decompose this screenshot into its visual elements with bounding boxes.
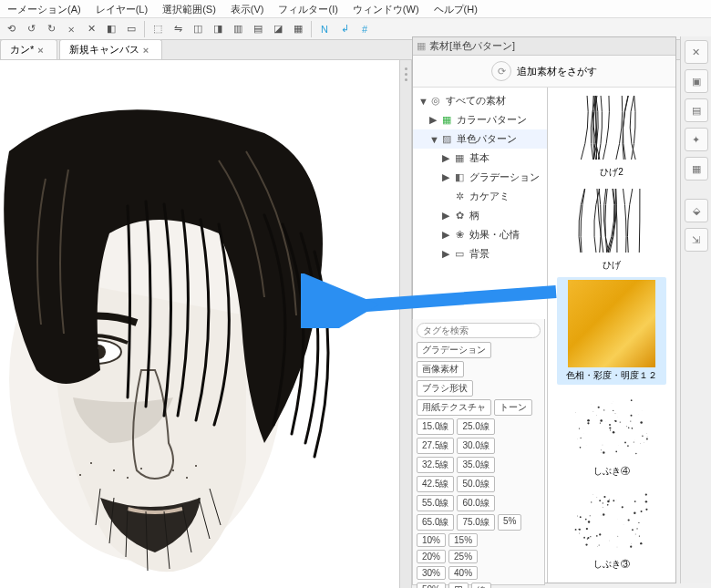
disclosure-triangle-icon[interactable]: ▶ xyxy=(442,152,449,164)
tool-icon[interactable]: ↻ xyxy=(42,20,60,38)
material-thumbnail[interactable]: しぶき③ xyxy=(557,483,666,571)
tree-item[interactable]: ▶❀効果・心情 xyxy=(413,225,547,244)
tool-icon[interactable]: ▦ xyxy=(289,20,307,38)
filter-tag[interactable]: 40% xyxy=(448,566,478,580)
canvas-area[interactable] xyxy=(0,60,399,588)
menu-item[interactable]: 選択範囲(S) xyxy=(155,2,223,15)
filter-tag[interactable]: 55.0線 xyxy=(417,495,454,511)
close-icon[interactable]: × xyxy=(143,45,149,56)
filter-tag[interactable]: 60.0線 xyxy=(457,495,494,511)
rail-image-icon[interactable]: ▦ xyxy=(685,157,708,181)
disclosure-triangle-icon[interactable]: ▼ xyxy=(418,96,426,107)
rail-save-icon[interactable]: ⬙ xyxy=(685,199,708,222)
disclosure-triangle-icon[interactable]: ▶ xyxy=(442,171,449,183)
tool-icon[interactable]: ⟲ xyxy=(2,20,20,38)
document-tab[interactable]: 新規キャンバス× xyxy=(59,39,162,59)
menu-item[interactable]: フィルター(I) xyxy=(271,2,345,15)
filter-tag[interactable]: 32.5線 xyxy=(417,457,454,473)
rail-sparkle-icon[interactable]: ✦ xyxy=(685,128,708,151)
filter-tag[interactable]: 用紙テクスチャ xyxy=(417,399,491,416)
filter-tag[interactable]: トーン xyxy=(494,399,532,416)
disclosure-triangle-icon[interactable]: ▶ xyxy=(442,248,449,260)
svg-point-38 xyxy=(593,411,594,412)
svg-point-130 xyxy=(638,522,639,523)
tool-icon[interactable]: ↺ xyxy=(22,20,40,38)
svg-point-97 xyxy=(634,512,635,514)
tree-item[interactable]: ▶▦カラーパターン xyxy=(413,110,547,129)
tool-icon[interactable]: ▤ xyxy=(249,20,267,38)
tree-item[interactable]: ▶◧グラデーション xyxy=(413,168,547,187)
filter-tag[interactable]: 30.0線 xyxy=(457,438,494,454)
menu-item[interactable]: ヘルプ(H) xyxy=(427,2,485,15)
filter-tag[interactable]: 円 xyxy=(448,583,469,588)
filter-tag[interactable]: 25% xyxy=(448,550,478,563)
disclosure-triangle-icon[interactable]: ▶ xyxy=(442,210,449,222)
tool-icon[interactable]: ▥ xyxy=(229,20,247,38)
palette-titlebar[interactable]: ▦ 素材[単色パターン] xyxy=(413,37,675,56)
tool-icon[interactable]: ▭ xyxy=(122,20,140,38)
disclosure-triangle-icon[interactable]: ▶ xyxy=(429,114,437,126)
tag-filter-pane: グラデーション画像素材ブラシ形状 用紙テクスチャトーン 15.0線25.0線27… xyxy=(412,319,545,585)
filter-tag[interactable]: 50% xyxy=(417,583,446,588)
filter-tag[interactable]: 35.0線 xyxy=(457,457,494,473)
filter-tag[interactable]: 10% xyxy=(417,533,446,547)
tool-icon[interactable]: ◨ xyxy=(209,20,227,38)
transform-icon[interactable]: ◫ xyxy=(189,20,207,38)
crop-icon[interactable]: ⬚ xyxy=(149,20,167,38)
svg-point-29 xyxy=(603,409,604,410)
filter-tag[interactable]: 線 xyxy=(471,583,491,588)
rail-close-icon[interactable]: ✕ xyxy=(685,40,708,64)
tool-icon[interactable]: ✕ xyxy=(82,20,100,38)
filter-tag[interactable]: 25.0線 xyxy=(457,418,494,435)
filter-tag[interactable]: 65.0線 xyxy=(417,514,454,531)
filter-tag[interactable]: 20% xyxy=(417,550,446,563)
rail-folder-icon[interactable]: ▣ xyxy=(685,69,708,93)
menu-item[interactable]: ーメーション(A) xyxy=(0,2,88,15)
tree-item[interactable]: ▼▨単色パターン xyxy=(413,129,547,149)
document-tab[interactable]: カン*× xyxy=(0,39,57,59)
material-thumbnail[interactable]: ひげ xyxy=(557,184,666,272)
tool-icon[interactable]: ◧ xyxy=(102,20,120,38)
menu-item[interactable]: レイヤー(L) xyxy=(88,2,155,15)
material-thumbnail[interactable]: ひげ2 xyxy=(557,91,666,179)
tree-item[interactable]: ▶▭背景 xyxy=(413,244,547,263)
filter-tag[interactable]: グラデーション xyxy=(417,342,491,358)
filter-tag[interactable]: 27.5線 xyxy=(417,438,454,454)
svg-point-76 xyxy=(609,500,610,500)
pane-splitter[interactable] xyxy=(399,60,412,588)
rail-export-icon[interactable]: ⇲ xyxy=(685,228,708,252)
filter-tag[interactable]: 75.0線 xyxy=(457,514,494,531)
filter-tag[interactable]: 50.0線 xyxy=(457,476,494,492)
rail-paste-icon[interactable]: ▤ xyxy=(685,98,708,122)
tree-item[interactable]: ▼◎すべての素材 xyxy=(413,91,547,110)
filter-tag[interactable]: ブラシ形状 xyxy=(417,380,473,397)
tree-item[interactable]: ▶▦基本 xyxy=(413,149,547,168)
add-materials-button[interactable]: ⟳ 追加素材をさがす xyxy=(413,56,675,88)
menu-item[interactable]: 表示(V) xyxy=(223,2,272,15)
tag-search-input[interactable] xyxy=(417,323,541,338)
snap-icon[interactable]: # xyxy=(356,20,374,38)
svg-point-118 xyxy=(599,533,601,535)
tree-item[interactable]: ✲カケアミ xyxy=(413,187,547,206)
flip-h-icon[interactable]: ⇋ xyxy=(169,20,187,38)
material-thumbnail[interactable]: しぶき④ xyxy=(557,390,666,478)
material-thumbnail[interactable]: 色相・彩度・明度１２ xyxy=(557,277,666,385)
filter-tag[interactable]: 15% xyxy=(448,533,478,547)
snap-icon[interactable]: N xyxy=(315,20,334,38)
tool-icon[interactable]: ⨉ xyxy=(62,20,80,38)
disclosure-triangle-icon[interactable]: ▼ xyxy=(429,134,437,145)
filter-tag[interactable]: 15.0線 xyxy=(417,418,454,435)
folder-icon: ◧ xyxy=(453,171,466,184)
close-icon[interactable]: × xyxy=(37,45,43,56)
filter-tag[interactable]: 42.5線 xyxy=(417,476,454,492)
tree-item[interactable]: ▶✿柄 xyxy=(413,206,547,225)
filter-tag[interactable]: 画像素材 xyxy=(417,361,464,377)
tool-icon[interactable]: ◪ xyxy=(269,20,287,38)
filter-tag[interactable]: 30% xyxy=(417,566,446,580)
snap-icon[interactable]: ↲ xyxy=(335,20,354,38)
filter-tag[interactable]: 5% xyxy=(498,514,521,531)
menu-bar: ーメーション(A)レイヤー(L)選択範囲(S)表示(V)フィルター(I)ウィンド… xyxy=(0,0,711,18)
svg-point-13 xyxy=(600,422,601,423)
disclosure-triangle-icon[interactable]: ▶ xyxy=(442,229,449,241)
menu-item[interactable]: ウィンドウ(W) xyxy=(345,2,427,15)
